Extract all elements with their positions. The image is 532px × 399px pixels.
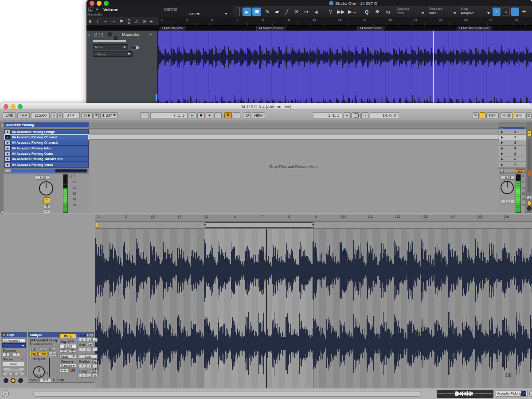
back-to-arrangement-button[interactable]: ▶■ — [516, 169, 524, 172]
midi-map-button[interactable]: MIDI — [500, 112, 512, 118]
studio-one-arrangement[interactable] — [158, 31, 532, 103]
insert-slot-1[interactable]: None — [93, 44, 128, 50]
loop-button[interactable] — [352, 112, 360, 118]
draw-pencil-button[interactable]: ✎ — [473, 112, 479, 118]
snap-to-grid-toggle[interactable]: ⊦ — [493, 8, 501, 16]
groove-value[interactable]: None — [3, 362, 25, 366]
control-label[interactable]: Control — [164, 7, 177, 12]
groove-icon[interactable]: ≈ — [21, 357, 23, 361]
bend-tool[interactable]: ↦ — [302, 8, 311, 16]
revert-button[interactable]: Rev. — [48, 347, 56, 351]
metronome-menu[interactable] — [94, 112, 99, 118]
start-beat[interactable]: 1 — [87, 338, 92, 342]
automation-badge[interactable]: A — [88, 8, 93, 12]
hiq-toggle[interactable]: HiQ — [30, 352, 38, 356]
clip-slot[interactable]: 04 Acoustic Picking Chorus2 — [4, 140, 89, 145]
detune-value[interactable]: 0 ct — [40, 378, 51, 382]
quantize-group[interactable]: Quantize 1/16 — [397, 7, 424, 15]
help-button[interactable]: ? — [326, 8, 335, 16]
insert-toggle[interactable] — [131, 45, 140, 50]
fade-toggle[interactable]: Fade — [39, 352, 47, 356]
grid-icon[interactable]: ⣿ — [127, 19, 131, 24]
current-clip-indicator[interactable]: Acoustic Picking — [496, 390, 528, 397]
tap-tempo-button[interactable]: TAP — [17, 112, 30, 118]
clip-activator-icon[interactable] — [2, 333, 5, 336]
play-indicator-icon[interactable]: ▷ — [2, 390, 9, 397]
drop-area-row[interactable] — [89, 129, 499, 134]
key-map-button[interactable]: KEY — [486, 112, 499, 118]
volume-slider[interactable] — [93, 40, 126, 42]
scene-launch-button[interactable] — [499, 163, 505, 167]
tempo-field[interactable]: 115.00 — [31, 112, 50, 118]
scene-row[interactable]: 6 — [499, 156, 526, 162]
transient-envelope-value[interactable]: 100 — [69, 368, 76, 372]
quantization-menu[interactable]: 1 Bar — [100, 112, 118, 118]
signature-numerator[interactable]: 3 — [3, 352, 10, 356]
control-dropdown-icon[interactable] — [225, 13, 227, 15]
position-beat[interactable]: 1 — [87, 364, 92, 368]
loop-length-field[interactable]: 14. 0. 0 — [370, 112, 399, 118]
clip-launch-button[interactable] — [5, 157, 11, 161]
play-from-button[interactable]: ▶→ — [348, 8, 357, 16]
timebase-group[interactable]: Timebase Bars — [429, 7, 456, 15]
new-button[interactable]: NEW — [252, 112, 265, 118]
stop-all-clips-button[interactable] — [500, 170, 504, 172]
ram-toggle[interactable]: RAM — [48, 352, 57, 356]
session-record-button[interactable]: O — [244, 112, 251, 118]
clip-box-toggle[interactable] — [4, 378, 8, 383]
end-bar[interactable]: 9 — [79, 347, 86, 351]
beat-time-ruler[interactable]: 1 2 3 4 5 6 7 8 9 10 11 12 13 14 15 16 — [95, 215, 532, 222]
add-track-icon[interactable]: + — [149, 19, 153, 24]
playhead[interactable] — [433, 31, 434, 103]
save-button[interactable]: Save — [39, 347, 47, 351]
nudge-down-button[interactable]: ||| — [51, 112, 56, 118]
record-button[interactable]: ● — [206, 112, 213, 118]
scroll-indicator[interactable] — [156, 94, 157, 101]
loop-start-field[interactable]: 1. 1. 1 — [313, 112, 342, 118]
commit-button[interactable]: Commit — [3, 367, 25, 371]
clip-slot[interactable]: 04 Acoustic Picking Turnaround — [4, 156, 89, 162]
eraser-tool[interactable]: ▰ — [273, 8, 282, 16]
nudge-up-button[interactable]: ||| — [57, 112, 63, 118]
stop-button[interactable]: ■ — [197, 112, 205, 118]
clip-launch-button[interactable] — [5, 163, 11, 167]
arrangement-position-field[interactable]: 7. 1. 3 — [150, 112, 188, 118]
start-bar[interactable]: 5 — [79, 338, 86, 342]
nudge-back-button[interactable]: << — [3, 372, 13, 376]
automation-icon[interactable]: ∾ — [111, 19, 115, 24]
insert-slot-2[interactable]: ▪None — [93, 51, 133, 57]
overdub-button[interactable]: + — [214, 112, 222, 118]
autoscroll-button[interactable]: ▶▶ — [336, 8, 345, 16]
scrollbar-thumb[interactable] — [528, 170, 531, 176]
length-set-button[interactable]: Set — [90, 369, 98, 373]
clip-launch-button[interactable] — [5, 135, 11, 139]
marker-icon[interactable]: ⚑ — [119, 19, 124, 24]
clip-launch-button[interactable] — [5, 130, 11, 134]
arrangement-overview[interactable] — [437, 390, 493, 398]
start-marker[interactable] — [96, 223, 98, 228]
scene-launch-button[interactable] — [499, 141, 505, 145]
scene-row[interactable]: 7 — [499, 162, 526, 168]
show-browser-toggle[interactable] — [0, 124, 4, 127]
master-volume-value[interactable]: -9.04 — [500, 175, 515, 180]
mute-button[interactable]: M — [93, 32, 98, 37]
follow-button[interactable]: → — [140, 112, 149, 118]
position-bar[interactable]: 5 — [79, 364, 86, 368]
end-beat[interactable]: 1 — [87, 347, 92, 351]
minimize-button[interactable] — [97, 1, 102, 6]
scene-row[interactable]: 3 — [499, 140, 526, 145]
position-set-button[interactable]: Set — [90, 360, 98, 363]
arrow-tool[interactable]: ► — [243, 8, 251, 16]
link-button[interactable]: Link — [3, 112, 16, 118]
track-solo-button[interactable]: S — [44, 204, 50, 208]
right-status-icon[interactable] — [529, 390, 532, 397]
macro-icon[interactable]: ✥ — [373, 8, 382, 16]
half-tempo-button[interactable]: :2 — [59, 349, 67, 353]
nudge-forward-button[interactable]: >> — [14, 372, 24, 376]
envelope-box-toggle[interactable] — [11, 378, 16, 383]
quantize-button[interactable]: Q — [362, 8, 371, 16]
loop-toggle[interactable]: Loop — [79, 354, 98, 359]
mute-tool[interactable]: ✕ — [292, 8, 301, 16]
length-beat[interactable]: 0 — [87, 374, 92, 378]
close-button[interactable] — [90, 1, 94, 6]
